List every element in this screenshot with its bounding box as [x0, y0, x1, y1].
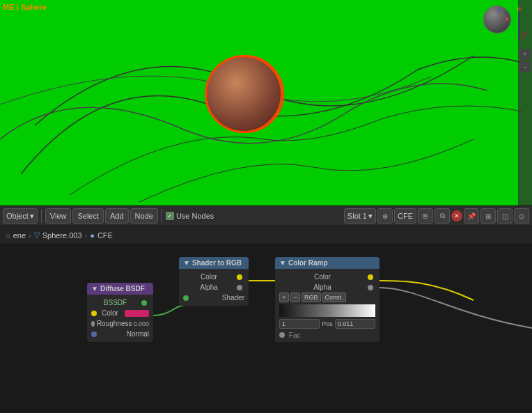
interp-dropdown[interactable]: Const.: [322, 293, 346, 302]
diffuse-bsdf-header: ▼ Diffuse BSDF: [87, 283, 153, 295]
checkbox-icon: ✓: [166, 212, 174, 220]
scene-icon: ⌂: [6, 231, 10, 240]
remove-stop-btn[interactable]: −: [290, 293, 300, 302]
breadcrumb: ⌂ ene › ▽ Sphere.003 › ● CFE: [0, 226, 532, 244]
mode-dropdown[interactable]: RGB: [302, 293, 321, 302]
add-menu-btn[interactable]: Add: [105, 208, 129, 224]
diffuse-bsdf-body: BSSDF Color Roughness 0.000 Normal: [87, 295, 153, 342]
material-dropdown[interactable]: CFE: [394, 208, 416, 224]
node-connections: [0, 244, 532, 413]
copy-icon-btn[interactable]: ⧉: [435, 208, 450, 224]
normal-socket[interactable]: [91, 332, 97, 337]
shader-in-socket[interactable]: [183, 295, 189, 301]
color-ramp-collapse-icon[interactable]: ▼: [279, 259, 286, 267]
ramp-bar-svg: [279, 304, 375, 317]
shader-to-rgb-body: Color Alpha Shader: [179, 269, 249, 306]
shader-rgb-collapse-icon[interactable]: ▼: [183, 259, 190, 267]
node-editor[interactable]: ▼ Diffuse BSDF BSSDF Color Roughness 0.0…: [0, 244, 532, 413]
stop-index-field[interactable]: 1: [279, 319, 320, 329]
bssdf-output-row: BSSDF: [91, 297, 149, 308]
normal-row: Normal: [91, 329, 149, 339]
scene-label[interactable]: ene: [13, 231, 26, 240]
slot-dropdown[interactable]: Slot 1 ▾: [344, 208, 376, 224]
pos-value-field[interactable]: 0.011: [335, 319, 375, 329]
mesh-icon: ▽: [34, 231, 40, 240]
breadcrumb-sep-1: ›: [29, 231, 31, 240]
snap-icon-btn[interactable]: ⊞: [480, 208, 496, 224]
zoom-out-btn[interactable]: −: [519, 61, 531, 72]
material-icon: ●: [90, 231, 95, 240]
color-ramp-body: Color Alpha + − RGB Const.: [275, 269, 380, 342]
fac-socket[interactable]: [279, 332, 285, 338]
color-swatch[interactable]: [125, 310, 149, 317]
shader-input-row: Shader: [183, 293, 244, 303]
bssdf-socket[interactable]: [141, 300, 147, 306]
shield-icon-btn[interactable]: ⛨: [418, 208, 433, 224]
shader-to-rgb-header: ▼ Shader to RGB: [179, 257, 249, 269]
separator-1: [41, 209, 42, 223]
add-stop-btn[interactable]: +: [279, 293, 289, 302]
breadcrumb-sep-2: ›: [85, 231, 88, 240]
navigation-sphere[interactable]: X Y: [483, 6, 511, 33]
sphere-object: [205, 56, 282, 132]
use-nodes-checkbox[interactable]: ✓ Use Nodes: [166, 212, 214, 220]
shader-to-rgb-node[interactable]: ▼ Shader to RGB Color Alpha Shader: [179, 257, 249, 306]
fac-row: Fac: [279, 332, 375, 339]
shading-icon-btn[interactable]: ⊙: [514, 208, 529, 224]
object-mode-dropdown[interactable]: Object ▾: [3, 208, 38, 224]
cr-alpha-out-socket[interactable]: [368, 285, 373, 290]
toolbar: Object ▾ View Select Add Node ✓ Use Node…: [0, 205, 532, 226]
pin-icon-btn[interactable]: 📌: [464, 208, 479, 224]
color-ramp-controls: + − RGB Const.: [279, 293, 375, 302]
select-menu-btn[interactable]: Select: [72, 208, 104, 224]
zoom-in-btn[interactable]: +: [519, 49, 531, 60]
overlay-icon-btn[interactable]: ◫: [497, 208, 513, 224]
alpha-output-row: Alpha: [183, 282, 244, 293]
color-socket[interactable]: [91, 311, 97, 316]
cr-color-output-row: Color: [279, 272, 375, 282]
roughness-row: Roughness 0.000: [91, 318, 149, 329]
color-output-row: Color: [183, 272, 244, 282]
world-icon-btn[interactable]: ⊕: [377, 208, 393, 224]
roughness-socket[interactable]: [91, 321, 95, 327]
cr-color-out-socket[interactable]: [368, 274, 373, 280]
color-ramp-bar[interactable]: [279, 304, 375, 317]
alpha-out-socket[interactable]: [237, 285, 242, 290]
close-btn[interactable]: ✕: [451, 210, 462, 221]
color-out-socket[interactable]: [237, 274, 242, 280]
separator-2: [162, 209, 162, 223]
node-menu-btn[interactable]: Node: [130, 208, 158, 224]
view-menu-btn[interactable]: View: [45, 208, 72, 224]
stop-position-row: 1 Pos 0.011: [279, 319, 375, 329]
svg-rect-10: [279, 304, 375, 317]
diffuse-bsdf-node[interactable]: ▼ Diffuse BSDF BSSDF Color Roughness 0.0…: [87, 283, 153, 342]
diffuse-bsdf-collapse-icon[interactable]: ▼: [91, 285, 98, 293]
cr-alpha-output-row: Alpha: [279, 282, 375, 293]
material-label[interactable]: CFE: [97, 231, 113, 240]
3d-viewport[interactable]: ME | Sphere X Y + −: [0, 0, 532, 205]
object-label[interactable]: Sphere.003: [42, 231, 82, 240]
color-ramp-header: ▼ Color Ramp: [275, 257, 380, 269]
color-ramp-node[interactable]: ▼ Color Ramp Color Alpha + − RGB Const.: [275, 257, 380, 342]
viewport-nav-controls: + −: [518, 0, 532, 205]
color-input-row: Color: [91, 308, 149, 318]
